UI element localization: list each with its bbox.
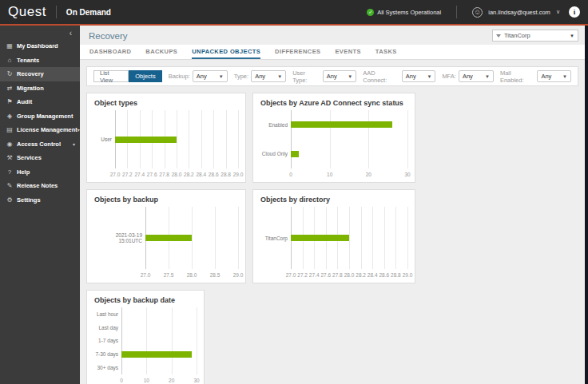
filter-select-aad-connect[interactable]: Any▼ [402, 70, 436, 82]
category-label: Cloud Only [260, 151, 288, 156]
x-axis-tick-label: 27.4 [134, 172, 145, 177]
bar-titancorp[interactable] [291, 235, 349, 241]
x-axis-tick-label: 29.0 [233, 272, 244, 278]
bar-2021-03-19-15-01utc[interactable] [145, 235, 192, 241]
tab-events[interactable]: EVENTS [335, 45, 360, 59]
user-menu-chevron-icon[interactable]: ∨ [556, 9, 560, 15]
sidebar-item-help[interactable]: ?Help [0, 165, 80, 180]
chevron-down-icon: ▾ [73, 141, 75, 147]
access-control-icon: ◉ [5, 141, 14, 148]
bar-row-last-hour [121, 311, 197, 317]
chevron-down-icon: ▼ [562, 74, 567, 79]
bar-row-enabled [291, 121, 407, 128]
bar-7-30-days[interactable] [121, 351, 192, 358]
sidebar-item-migration[interactable]: ⇄Migration [0, 81, 80, 96]
tab-dashboard[interactable]: DASHBOARD [89, 45, 131, 59]
filter-select-mail-enabled[interactable]: Any▼ [537, 70, 571, 82]
filter-label: AAD Connect: [363, 69, 399, 84]
filter-select-backup[interactable]: Any▼ [193, 70, 228, 82]
tab-bar: DASHBOARDBACKUPSUNPACKED OBJECTSDIFFEREN… [80, 45, 585, 60]
group-management-icon: ◈ [5, 113, 14, 120]
x-axis-tick-label: 28.6 [379, 272, 389, 278]
sidebar-item-release-notes[interactable]: ✎Release Notes [0, 179, 80, 193]
chart-category-labels: EnabledCloud Only [260, 110, 291, 168]
x-axis-tick-label: 27.8 [332, 272, 343, 278]
list-view-button[interactable]: List View [93, 70, 129, 82]
filter-select-user-type[interactable]: Any▼ [323, 70, 357, 82]
sidebar-item-audit[interactable]: ⚑Audit [0, 95, 80, 109]
x-axis-tick-label: 29.0 [403, 272, 413, 278]
filter-select-type[interactable]: Any▼ [251, 70, 286, 82]
system-status[interactable]: ✓ All Systems Operational [367, 9, 441, 16]
topbar-divider [56, 6, 57, 18]
sidebar-item-label: Settings [17, 196, 41, 204]
tab-unpacked-objects[interactable]: UNPACKED OBJECTS [192, 45, 260, 59]
tab-differences[interactable]: DIFFERENCES [275, 45, 320, 59]
filter-label: Backup: [169, 73, 190, 80]
info-icon[interactable]: i [569, 6, 580, 18]
status-check-icon: ✓ [367, 9, 374, 16]
sidebar: ‹ ▦My Dashboard⌂Tenants↻Recovery⇄Migrati… [0, 26, 80, 384]
x-axis-tick-label: 27.2 [297, 272, 308, 278]
chart-title: Objects by directory [260, 196, 407, 204]
chevron-down-icon: ▼ [570, 34, 574, 38]
sidebar-item-label: Recovery [17, 70, 44, 77]
chart-body: Last hourLast day1-7 days7-30 days30+ da… [94, 307, 197, 374]
services-icon: ⚒ [5, 154, 14, 161]
filter-group-mail-enabled: Mail Enabled:Any▼ [500, 69, 571, 84]
chart-title: Object types [94, 99, 238, 107]
chart-plot-area [121, 307, 197, 374]
sidebar-item-label: License Management [17, 126, 77, 133]
chart-category-labels: 2021-03-19 15:01UTC [94, 207, 145, 269]
bar-user[interactable] [115, 137, 177, 143]
x-axis-tick-label: 28.8 [391, 272, 401, 278]
gridline [238, 207, 239, 269]
x-axis-tick-label: 10 [327, 172, 332, 177]
x-axis-tick-label: 28.0 [172, 172, 182, 177]
bar-row-last-day [121, 324, 197, 331]
status-text: All Systems Operational [377, 9, 441, 16]
sidebar-item-recovery[interactable]: ↻Recovery [0, 67, 80, 81]
tenant-filter-select[interactable]: TitanCorp ▼ [492, 30, 578, 42]
sidebar-collapse-button[interactable]: ‹ [0, 26, 80, 39]
sidebar-item-tenants[interactable]: ⌂Tenants [0, 53, 80, 68]
objects-button[interactable]: Objects [129, 70, 161, 82]
user-email[interactable]: ian.lindsay@quest.com [488, 9, 550, 16]
scrollbar[interactable] [585, 26, 588, 384]
filter-label: User Type: [292, 69, 320, 84]
filter-group-mfa: MFA:Any▼ [442, 70, 494, 82]
chart-plot-area [291, 207, 407, 269]
chevron-down-icon: ▼ [348, 74, 352, 79]
sidebar-item-group-management[interactable]: ◈Group Management [0, 109, 80, 124]
chart-axis: 27.027.227.427.627.828.028.228.428.628.8… [260, 269, 407, 279]
bar-enabled[interactable] [291, 121, 392, 128]
chart-plot-area [145, 207, 238, 269]
chart-bars [145, 207, 238, 269]
filter-group-type: Type:Any▼ [234, 70, 286, 82]
sidebar-item-my-dashboard[interactable]: ▦My Dashboard [0, 39, 80, 53]
filter-select-value: Any [197, 73, 207, 80]
gridline [197, 307, 197, 374]
sidebar-item-access-control[interactable]: ◉Access Control▾ [0, 137, 80, 152]
chart-plot-area [115, 110, 238, 168]
bar-cloud-only[interactable] [291, 151, 299, 157]
bar-row-7-30-days [121, 351, 197, 358]
sidebar-item-settings[interactable]: ⚙Settings [0, 193, 80, 208]
sidebar-item-license-management[interactable]: ▤License Management▾ [0, 123, 80, 137]
chart-axis: 27.027.227.427.627.828.028.228.428.628.8… [94, 168, 238, 179]
tab-backups[interactable]: BACKUPS [145, 45, 177, 59]
sidebar-item-services[interactable]: ⚒Services [0, 151, 80, 165]
x-axis-tick-label: 27.2 [122, 172, 133, 177]
x-axis-tick-label: 10 [144, 378, 149, 383]
chart-objects-by-aad-sync-status: Objects by Azure AD Connect sync statusE… [252, 93, 415, 183]
chevron-down-icon: ▼ [219, 74, 224, 79]
filter-select-mfa[interactable]: Any▼ [459, 70, 494, 82]
sidebar-item-label: Tenants [17, 57, 39, 64]
filter-select-value: Any [541, 73, 551, 80]
category-label: Last day [94, 325, 118, 331]
tab-tasks[interactable]: TASKS [375, 45, 397, 59]
chart-body: TitanCorp [260, 207, 407, 269]
bar-row-cloud-only [291, 151, 407, 157]
filter-label: MFA: [442, 73, 456, 80]
migration-icon: ⇄ [5, 85, 14, 92]
